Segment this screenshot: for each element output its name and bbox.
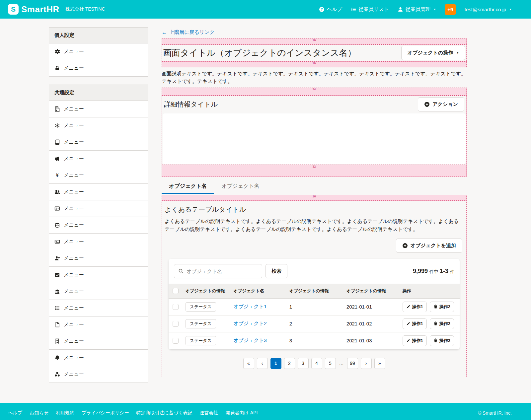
- bookmark-check-icon: [54, 338, 60, 344]
- smarthr-logo[interactable]: S SmartHR: [8, 4, 59, 15]
- table-header-row: オブジェクトの情報オブジェクト名オブジェクトの情報オブジェクトの情報操作: [169, 284, 460, 299]
- tab-object-name-2[interactable]: オブジェクト名: [214, 179, 266, 194]
- back-link-label: 上階層に戻るリンク: [169, 29, 215, 35]
- edit-button[interactable]: 操作1: [403, 302, 427, 312]
- footer-link[interactable]: 特定商取引法に基づく表記: [136, 410, 192, 416]
- app-header: S SmartHR 株式会社 TESTINC ? ヘルプ 従業員リスト 従業員管…: [0, 0, 531, 19]
- page-number-button[interactable]: 3: [298, 358, 309, 369]
- page-number-button[interactable]: 5: [325, 358, 336, 369]
- detail-panel: 詳細情報タイトル アクション: [162, 96, 467, 165]
- header-help[interactable]: ? ヘルプ: [319, 6, 342, 13]
- sidebar-item-menu[interactable]: メニュー: [49, 200, 148, 217]
- object-actions-button[interactable]: オブジェクトの操作 ▼: [401, 46, 465, 60]
- action-button-label: 操作2: [439, 304, 450, 310]
- page-number-button[interactable]: 99: [347, 358, 358, 369]
- status-cell: ステータス: [183, 298, 231, 315]
- page-number-button[interactable]: 4: [311, 358, 322, 369]
- sidebar-item-menu[interactable]: メニュー: [49, 283, 148, 300]
- search-field[interactable]: [174, 264, 262, 278]
- actions-cell: 操作1操作2: [400, 298, 460, 315]
- detail-panel-title: 詳細情報タイトル: [164, 100, 218, 109]
- sidebar-item-menu[interactable]: メニュー: [49, 217, 148, 233]
- delete-button[interactable]: 操作2: [430, 318, 454, 329]
- pencil-icon: [406, 321, 411, 326]
- spacing-marker-16: 16: [162, 61, 467, 67]
- sidebar-item-menu[interactable]: メニュー: [49, 266, 148, 283]
- header-help-label: ヘルプ: [327, 6, 342, 13]
- file-icon: [54, 322, 60, 327]
- search-button[interactable]: 検索: [266, 264, 287, 278]
- sidebar-item-menu[interactable]: メニュー: [49, 183, 148, 200]
- date-cell: 2021-01-02: [344, 315, 400, 332]
- sidebar-item-menu[interactable]: メニュー: [49, 316, 148, 333]
- sidebar-section: 共通設定メニューメニューメニューメニュー¥メニューメニューメニューメニューメニュ…: [49, 85, 148, 383]
- footer-link[interactable]: 運営会社: [200, 410, 218, 416]
- main-content: ← 上階層に戻るリンク 16 画面タイトル（オブジェクトのインスタンス名） オブ…: [162, 27, 467, 377]
- sidebar-item-menu[interactable]: メニュー: [49, 250, 148, 266]
- sidebar-item-menu[interactable]: メニュー: [49, 60, 148, 76]
- footer-link[interactable]: 利用規約: [56, 410, 74, 416]
- account-menu[interactable]: test@smarthr.co.jp ▼: [465, 7, 512, 12]
- object-link[interactable]: オブジェクト1: [233, 304, 266, 309]
- add-object-button[interactable]: オブジェクトを追加: [396, 239, 462, 253]
- sidebar-item-menu[interactable]: メニュー: [49, 333, 148, 349]
- tab-object-name-1[interactable]: オブジェクト名: [162, 179, 214, 194]
- sidebar-item-menu[interactable]: メニュー: [49, 349, 148, 366]
- page-first-button[interactable]: «: [243, 358, 254, 369]
- row-checkbox[interactable]: [173, 338, 179, 344]
- add-object-row: オブジェクトを追加: [163, 239, 462, 253]
- name-cell: オブジェクト2: [231, 315, 287, 332]
- check-square-icon: [54, 272, 60, 278]
- page-number-button[interactable]: 1: [270, 358, 281, 369]
- asterisk-icon: [54, 123, 60, 128]
- list-icon: [351, 7, 356, 12]
- sidebar-item-menu[interactable]: ¥メニュー: [49, 167, 148, 183]
- header-employee-list[interactable]: 従業員リスト: [351, 6, 389, 13]
- gear-icon: [54, 49, 60, 54]
- sidebar-item-label: メニュー: [64, 355, 84, 361]
- sidebar-item-label: メニュー: [64, 371, 84, 378]
- sidebar-item-menu[interactable]: メニュー: [49, 134, 148, 150]
- row-checkbox[interactable]: [173, 304, 179, 310]
- sidebar-item-menu[interactable]: メニュー: [49, 117, 148, 134]
- sidebar-item-label: メニュー: [64, 255, 84, 261]
- object-link[interactable]: オブジェクト3: [233, 337, 266, 343]
- sidebar-item-menu[interactable]: メニュー: [49, 101, 148, 117]
- sidebar-item-label: メニュー: [64, 321, 84, 328]
- footer-link[interactable]: お知らせ: [30, 410, 48, 416]
- sidebar-item-menu[interactable]: メニュー: [49, 366, 148, 383]
- object-link[interactable]: オブジェクト2: [233, 320, 266, 326]
- search-input[interactable]: [187, 268, 258, 274]
- plus-circle-icon: [402, 243, 408, 248]
- spacing-tick: [314, 168, 314, 176]
- header-employee-admin[interactable]: 従業員管理 ▼: [398, 6, 436, 13]
- sidebar-item-label: メニュー: [64, 305, 84, 311]
- status-cell: ステータス: [183, 315, 231, 332]
- sidebar-item-menu[interactable]: メニュー: [49, 43, 148, 60]
- page-next-button[interactable]: ›: [361, 358, 372, 369]
- spacing-tick: [314, 91, 314, 95]
- page-prev-button[interactable]: ‹: [257, 358, 268, 369]
- page-last-button[interactable]: »: [374, 358, 385, 369]
- notification-badge[interactable]: +9: [445, 4, 456, 15]
- sidebar-item-menu[interactable]: メニュー: [49, 233, 148, 250]
- footer-link[interactable]: 開発者向け API: [226, 410, 258, 416]
- sidebar-item-menu[interactable]: メニュー: [49, 150, 148, 167]
- back-link[interactable]: ← 上階層に戻るリンク: [162, 29, 215, 35]
- edit-button[interactable]: 操作1: [403, 318, 427, 329]
- bell-icon: [54, 355, 60, 361]
- delete-button[interactable]: 操作2: [430, 302, 454, 312]
- lock-icon: [54, 65, 60, 71]
- sidebar-item-menu[interactable]: メニュー: [49, 300, 148, 316]
- footer-link[interactable]: プライバシーポリシー: [82, 410, 129, 416]
- action-button[interactable]: アクション: [418, 97, 464, 111]
- database-icon: [54, 222, 60, 228]
- spacing-marker-16: 16: [162, 38, 467, 44]
- select-all-checkbox[interactable]: [173, 288, 179, 294]
- delete-button[interactable]: 操作2: [430, 335, 454, 346]
- row-checkbox[interactable]: [173, 321, 179, 327]
- page-number-button[interactable]: 2: [284, 358, 295, 369]
- edit-button[interactable]: 操作1: [403, 335, 427, 346]
- result-count: 9,999 件中 1-3 件: [413, 268, 454, 275]
- footer-link[interactable]: ヘルプ: [8, 410, 22, 416]
